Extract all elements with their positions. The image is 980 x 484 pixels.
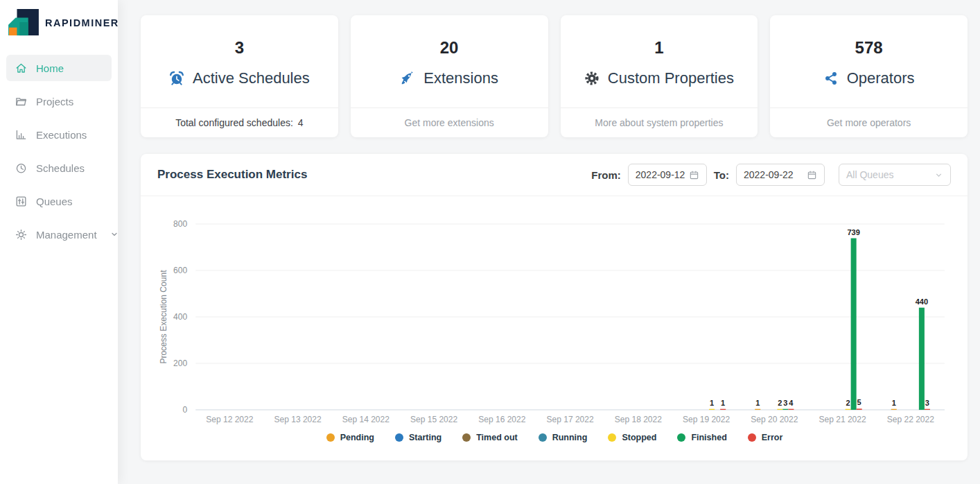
chart-area: 0200400600800Process Execution CountSep …: [141, 196, 968, 460]
stat-card-active-schedules: 3Active SchedulesTotal configured schedu…: [141, 15, 338, 137]
svg-text:Sep 15 2022: Sep 15 2022: [410, 415, 458, 424]
sidebar-item-management[interactable]: Management: [6, 221, 112, 248]
card-footer-link[interactable]: More about system properties: [561, 107, 758, 137]
rapidminer-logo[interactable]: RAPIDMINER: [0, 0, 118, 44]
legend-item-pending[interactable]: Pending: [326, 433, 374, 442]
svg-text:2: 2: [846, 399, 850, 407]
rocket-icon: [400, 71, 415, 86]
process-execution-bar-chart: 0200400600800Process Execution CountSep …: [155, 202, 954, 427]
legend-label: Running: [552, 433, 588, 442]
sidebar-item-queues[interactable]: Queues: [6, 188, 112, 214]
svg-text:600: 600: [173, 266, 187, 275]
card-footer-value: 4: [298, 117, 304, 128]
legend-item-running[interactable]: Running: [539, 433, 588, 442]
chart-filters: From: 2022-09-12 To: 2022-09-22: [591, 164, 951, 186]
svg-text:200: 200: [173, 358, 187, 368]
svg-text:Sep 13 2022: Sep 13 2022: [274, 415, 322, 424]
from-date-value: 2022-09-12: [636, 169, 685, 180]
legend-item-finished[interactable]: Finished: [677, 433, 726, 442]
legend-color-dot: [748, 433, 756, 442]
main-content: 3Active SchedulesTotal configured schedu…: [118, 0, 980, 460]
sidebar: RAPIDMINER HomeProjectsExecutionsSchedul…: [0, 0, 118, 484]
panel-title: Process Execution Metrics: [157, 168, 307, 182]
card-footer-link[interactable]: Get more operators: [770, 107, 968, 137]
executions-chart-icon: [15, 129, 27, 141]
card-label: Extensions: [423, 69, 498, 87]
panel-header: Process Execution Metrics From: 2022-09-…: [141, 154, 968, 196]
to-date-value: 2022-09-22: [744, 169, 794, 180]
svg-text:Sep 21 2022: Sep 21 2022: [819, 415, 866, 424]
legend-label: Pending: [340, 433, 374, 442]
svg-text:739: 739: [847, 228, 859, 236]
svg-text:Sep 20 2022: Sep 20 2022: [751, 415, 798, 424]
process-metrics-panel: Process Execution Metrics From: 2022-09-…: [141, 154, 968, 460]
sidebar-item-projects[interactable]: Projects: [6, 88, 112, 114]
calendar-icon: [689, 170, 699, 180]
sidebar-item-executions[interactable]: Executions: [6, 121, 112, 148]
svg-text:3: 3: [783, 399, 787, 407]
legend-label: Finished: [691, 433, 726, 442]
svg-text:800: 800: [173, 219, 187, 229]
svg-text:Sep 18 2022: Sep 18 2022: [615, 415, 663, 424]
card-body: 578Operators: [770, 15, 968, 107]
gear-solid-icon: [584, 71, 600, 86]
card-label: Active Schedules: [193, 69, 310, 87]
legend-color-dot: [462, 433, 471, 442]
queues-select[interactable]: All Queues: [839, 164, 951, 186]
legend-label: Timed out: [476, 433, 518, 442]
legend-color-dot: [677, 433, 685, 442]
svg-text:Sep 14 2022: Sep 14 2022: [342, 415, 390, 424]
folder-icon: [15, 96, 27, 107]
svg-text:Sep 19 2022: Sep 19 2022: [683, 415, 730, 424]
card-value: 3: [235, 38, 244, 58]
svg-text:3: 3: [925, 399, 929, 407]
card-body: 20Extensions: [351, 15, 548, 107]
card-footer-text: More about system properties: [595, 117, 723, 128]
share-icon: [823, 71, 839, 86]
chevron-down-icon: [110, 230, 119, 239]
sidebar-item-label: Executions: [36, 129, 87, 141]
legend-item-error[interactable]: Error: [748, 433, 783, 442]
sidebar-item-label: Schedules: [36, 162, 85, 174]
svg-text:1: 1: [755, 399, 760, 407]
card-footer-text: Get more operators: [827, 117, 911, 128]
card-footer-text: Get more extensions: [405, 117, 494, 128]
legend-item-starting[interactable]: Starting: [395, 433, 441, 442]
stat-card-operators: 578OperatorsGet more operators: [770, 15, 968, 137]
sidebar-item-label: Queues: [36, 196, 73, 207]
svg-text:Sep 16 2022: Sep 16 2022: [478, 415, 526, 424]
card-footer-link: Total configured schedules:4: [141, 107, 338, 137]
card-title-row: Extensions: [400, 69, 498, 87]
from-date-input[interactable]: 2022-09-12: [628, 164, 707, 186]
svg-text:Sep 12 2022: Sep 12 2022: [206, 415, 254, 424]
svg-text:Process Execution Count: Process Execution Count: [159, 270, 168, 364]
rapidminer-logo-icon: [8, 9, 39, 37]
from-label: From:: [591, 169, 621, 181]
svg-text:400: 400: [173, 312, 187, 322]
card-title-row: Active Schedules: [169, 69, 310, 87]
card-value: 20: [440, 38, 459, 58]
stat-card-custom-properties: 1Custom PropertiesMore about system prop…: [561, 15, 758, 137]
card-value: 578: [855, 38, 883, 58]
clock-icon: [15, 162, 27, 174]
legend-color-dot: [539, 433, 547, 442]
legend-item-stopped[interactable]: Stopped: [608, 433, 656, 442]
home-icon: [15, 62, 27, 74]
sidebar-nav: HomeProjectsExecutionsSchedulesQueuesMan…: [0, 55, 118, 248]
sidebar-item-home[interactable]: Home: [6, 55, 112, 81]
legend-item-timed-out[interactable]: Timed out: [462, 433, 518, 442]
card-label: Custom Properties: [608, 69, 734, 87]
card-title-row: Operators: [823, 69, 915, 87]
sidebar-item-label: Home: [36, 62, 64, 74]
sidebar-item-schedules[interactable]: Schedules: [6, 155, 112, 181]
legend-label: Stopped: [622, 433, 656, 442]
svg-text:Sep 17 2022: Sep 17 2022: [546, 415, 594, 424]
legend-label: Starting: [409, 433, 441, 442]
card-body: 1Custom Properties: [561, 15, 758, 107]
legend-label: Error: [762, 433, 783, 442]
svg-text:Sep 22 2022: Sep 22 2022: [887, 415, 935, 424]
queues-sliders-icon: [15, 196, 27, 207]
card-title-row: Custom Properties: [584, 69, 734, 87]
card-footer-link[interactable]: Get more extensions: [351, 107, 548, 137]
to-date-input[interactable]: 2022-09-22: [736, 164, 825, 186]
